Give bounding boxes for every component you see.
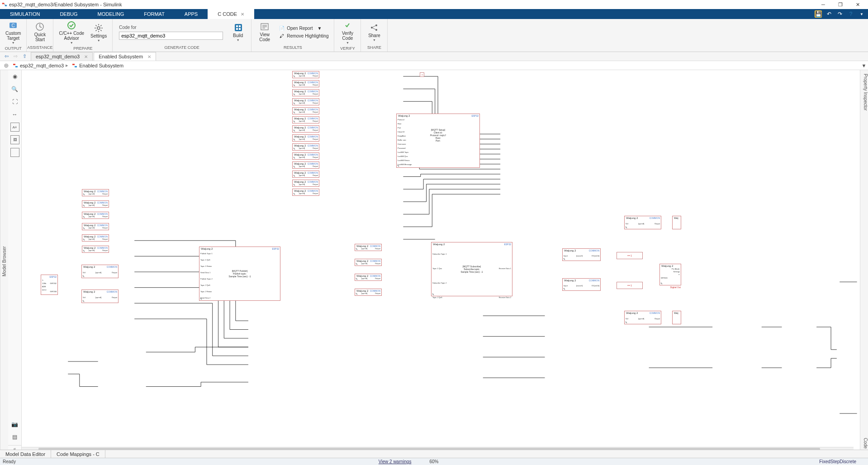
verify-code-button[interactable]: Verify Code ▼ — [337, 20, 358, 45]
status-solver[interactable]: FixedStepDiscrete — [819, 459, 856, 464]
top-sprintf-11[interactable]: Waijung 2 COMMON [sprintf] Output — [292, 171, 319, 178]
sub-sprintf-0[interactable]: Waijung 2 COMMON [sprintf] Output — [355, 244, 382, 251]
top-sprintf-10[interactable]: Waijung 2 COMMON [sprintf] Output — [292, 161, 319, 169]
palette-image-icon[interactable]: 🖼 — [10, 135, 19, 144]
tab-code-mappings[interactable]: Code Mappings - C — [51, 450, 105, 458]
block-mqtt-publish[interactable]: Waijung 2 ESP32 [MQTT Publish] Publish t… — [199, 247, 280, 301]
sub-sprintf-2[interactable]: Waijung 2 COMMON [sprintf] Output — [355, 274, 382, 281]
block-compare-2[interactable]: == 1 — [617, 282, 643, 289]
block-partial-3[interactable]: Waij — [672, 311, 681, 324]
view-code-button[interactable]: View Code — [254, 21, 275, 43]
code-for-input[interactable] — [119, 32, 223, 40]
top-sprintf-0[interactable]: Waijung 2 COMMON [sprintf] Output — [292, 71, 319, 78]
left-sprintf-0[interactable]: Waijung 2 COMMON [sprintf] Output — [82, 189, 109, 196]
tab-c-code-close-icon[interactable]: ✕ — [241, 12, 244, 17]
doc-tab-subsystem[interactable]: Enabled Subsystem ✕ — [94, 52, 156, 61]
tab-format[interactable]: FORMAT — [134, 9, 175, 19]
breadcrumb-dropdown-icon[interactable]: ▼ — [860, 63, 868, 68]
tab-c-code[interactable]: C CODE ✕ — [208, 9, 254, 19]
doc-tab-model-close-icon[interactable]: ✕ — [84, 54, 88, 59]
top-sprintf-6[interactable]: Waijung 2 COMMON [sprintf] Output — [292, 125, 319, 133]
save-icon[interactable]: 💾 — [815, 10, 822, 18]
doc-tab-subsystem-close-icon[interactable]: ✕ — [147, 54, 151, 59]
block-adc[interactable]: ESP32 1:12BitADB(sec): GPIO32 GPIO33 — [41, 275, 58, 295]
palette-stack-icon[interactable]: ▤ — [10, 432, 19, 441]
svg-rect-16 — [236, 25, 238, 27]
block-vol-1[interactable]: Waijung 2 COMMON Vol [sprintf] Output — [81, 265, 119, 278]
doc-tab-model[interactable]: esp32_mqtt_demo3 ✕ — [31, 52, 93, 61]
close-button[interactable]: ✕ — [849, 0, 866, 9]
minimize-button[interactable]: ─ — [815, 0, 832, 9]
share-button[interactable]: Share ▼ — [364, 22, 384, 43]
block-mqtt-setup[interactable]: Waijung 2 ESP32 [MQTT Setup] Client id: … — [396, 114, 480, 168]
property-inspector-tab[interactable]: Property Inspector — [860, 70, 868, 114]
left-sprintf-1[interactable]: Waijung 2 COMMON [sprintf] Output — [82, 200, 109, 208]
settings-button[interactable]: Settings ▼ — [88, 23, 109, 43]
palette-hide-icon[interactable]: ◉ — [10, 72, 19, 81]
open-report-button[interactable]: 📄 Open Report ▼ — [279, 25, 328, 32]
code-advisor-button[interactable]: C/C++ Code Advisor ▼ — [56, 20, 87, 45]
help-icon[interactable]: ? — [847, 10, 854, 18]
palette-area-icon[interactable] — [10, 148, 19, 157]
sub-sprintf-1[interactable]: Waijung 2 COMMON [sprintf] Output — [355, 259, 382, 266]
block-partial-1[interactable]: Waij — [672, 216, 681, 229]
tab-simulation[interactable]: SIMULATION — [0, 9, 50, 19]
redo-icon[interactable]: ↷ — [836, 10, 844, 18]
palette-zoom-icon[interactable]: 🔍 — [10, 85, 19, 94]
status-warnings-link[interactable]: View 2 warnings — [379, 459, 412, 464]
undo-icon[interactable]: ↶ — [825, 10, 833, 18]
nav-up-icon[interactable]: ⇧ — [21, 53, 28, 60]
tab-apps[interactable]: APPS — [175, 9, 208, 19]
model-browser-tab[interactable]: Model Browser — [0, 70, 8, 452]
top-sprintf-5[interactable]: Waijung 2 COMMON [sprintf] Output — [292, 116, 319, 123]
top-sprintf-1[interactable]: Waijung 2 COMMON [sprintf] Output — [292, 80, 319, 87]
block-sscanf-2[interactable]: Waijung 2 COMMON Input [sscanf] D1(str2d… — [562, 278, 601, 291]
block-tag: ESP32 — [471, 114, 479, 117]
top-sprintf-8[interactable]: Waijung 2 COMMON [sprintf] Output — [292, 143, 319, 151]
remove-highlighting-button[interactable]: 🖍 Remove Highlighting — [279, 33, 328, 39]
left-sprintf-3[interactable]: Waijung 2 COMMON [sprintf] Output — [82, 223, 109, 230]
left-sprintf-2[interactable]: Waijung 2 COMMON [sprintf] Output — [82, 212, 109, 219]
nav-back-icon[interactable]: ⇦ — [3, 53, 10, 60]
check-icon — [67, 21, 76, 30]
tab-debug[interactable]: DEBUG — [50, 9, 87, 19]
palette-annotation-icon[interactable]: A≡ — [10, 123, 19, 132]
status-zoom[interactable]: 60% — [429, 459, 438, 464]
top-sprintf-4[interactable]: Waijung 2 COMMON [sprintf] Output — [292, 107, 319, 114]
left-sprintf-5[interactable]: Waijung 2 COMMON [sprintf] Output — [82, 246, 109, 253]
breadcrumb-subsystem[interactable]: Enabled Subsystem — [79, 63, 123, 68]
pencil-icon — [83, 215, 85, 218]
block-vol-r1[interactable]: Waijung 2 COMMON Vol [sprintf] Output — [624, 216, 661, 229]
maximize-button[interactable]: ❐ — [832, 0, 849, 9]
sub-sprintf-3[interactable]: Waijung 2 COMMON [sprintf] Output — [355, 289, 382, 296]
top-sprintf-13[interactable]: Waijung 2 COMMON [sprintf] Output — [292, 189, 319, 196]
block-vol-r2[interactable]: Waijung 2 COMMON Vol [sprintf] Output — [624, 311, 661, 324]
block-sscanf-1[interactable]: Waijung 2 COMMON Input [sscanf] D1(str2d… — [562, 248, 601, 261]
block-digital-out[interactable]: Waijung 2 Pin Mode: Settings s: GPIO23 D… — [659, 264, 681, 285]
top-sprintf-9[interactable]: Waijung 2 COMMON [sprintf] Output — [292, 152, 319, 160]
block-compare-1[interactable]: == 1 — [617, 252, 643, 259]
block-tag: ESP32 — [504, 243, 511, 246]
pencil-icon — [293, 192, 296, 195]
top-sprintf-2[interactable]: Waijung 2 COMMON [sprintf] Output — [292, 89, 319, 96]
left-sprintf-4[interactable]: Waijung 2 COMMON [sprintf] Output — [82, 234, 109, 242]
breadcrumb-target-icon[interactable]: ◎ — [3, 62, 9, 69]
top-sprintf-3[interactable]: Waijung 2 COMMON [sprintf] Output — [292, 98, 319, 105]
palette-fit-icon[interactable]: ⛶ — [10, 97, 19, 106]
custom-target-button[interactable]: C Custom Target ▼ — [3, 20, 24, 45]
help-dropdown-icon[interactable]: ▼ — [858, 10, 865, 18]
palette-arrow-icon[interactable]: ↔ — [10, 110, 19, 119]
tab-modeling[interactable]: MODELING — [88, 9, 134, 19]
nav-forward-icon[interactable]: ⇨ — [12, 53, 19, 60]
breadcrumb-model[interactable]: esp32_mqtt_demo3 — [20, 63, 64, 68]
tab-model-data-editor[interactable]: Model Data Editor — [0, 450, 51, 458]
block-vol-2[interactable]: Waijung 2 COMMON Vol [sprintf] Output — [81, 289, 119, 303]
enable-port-icon[interactable]: ⊓ — [420, 72, 424, 77]
quick-start-button[interactable]: Quick Start — [29, 21, 50, 43]
top-sprintf-7[interactable]: Waijung 2 COMMON [sprintf] Output — [292, 134, 319, 142]
top-sprintf-12[interactable]: Waijung 2 COMMON [sprintf] Output — [292, 180, 319, 187]
palette-camera-icon[interactable]: 📷 — [10, 420, 19, 429]
model-canvas[interactable]: ⊓ Waijung 2 COMMON [sprintf] Output Waij… — [22, 70, 860, 452]
build-button[interactable]: Build ▼ — [228, 22, 248, 43]
block-mqtt-subscribe[interactable]: Waijung 2 ESP32 [MQTT Subscribe] Subscri… — [431, 242, 512, 296]
